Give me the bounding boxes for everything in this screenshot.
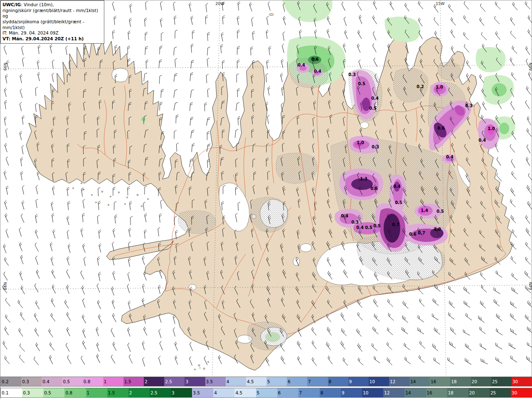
precip-value-label: 1.0 (436, 85, 443, 89)
wind-barb (4, 117, 8, 126)
wind-barb (142, 341, 147, 350)
wind-barb (480, 4, 487, 12)
wind-barb (372, 44, 378, 52)
wind-barb (479, 327, 487, 334)
weather-map-frame: 0.60.40.40.30.50.40.50.21.00.30.61.00.41… (0, 0, 532, 399)
wind-barb (403, 343, 411, 350)
wind-barb (4, 356, 11, 364)
wind-barb (463, 15, 470, 23)
wind-barb (510, 72, 518, 80)
wind-barb (4, 88, 9, 97)
wind-barb (527, 29, 532, 37)
legend-cell: 25 (491, 377, 512, 386)
wind-barb (357, 2, 364, 11)
wind-barb (524, 315, 532, 322)
wind-barb (447, 357, 455, 365)
precip-value-label: 0.6 (409, 232, 416, 236)
wind-barb (96, 327, 101, 336)
wind-barb (176, 115, 178, 123)
precip-value-label: 0.4 (298, 63, 305, 67)
wind-barb (34, 300, 41, 309)
wind-barb (129, 18, 133, 27)
wind-barb (358, 59, 363, 69)
wind-barb (357, 312, 364, 320)
legend-cell: 0.5 (43, 388, 64, 397)
wind-barb (525, 101, 531, 109)
wind-barb (495, 328, 503, 335)
wind-barb (114, 202, 117, 210)
precip-value-label: 0.5 (369, 106, 377, 111)
wind-barb (404, 357, 412, 364)
wind-barb (174, 73, 177, 82)
wind-barb (34, 328, 41, 337)
legend-cell: 20 (468, 388, 490, 397)
longitude-label: 20W (215, 1, 224, 6)
legend-cell: 30 (512, 377, 532, 386)
legend-cell: 30 (511, 388, 532, 397)
wind-barb (463, 301, 472, 308)
wind-barb (127, 328, 132, 337)
wind-barb (80, 271, 86, 279)
longitude-label: 15W (436, 1, 444, 6)
wind-barb (237, 89, 240, 97)
wind-barb (386, 328, 394, 335)
wind-barb (20, 74, 24, 83)
wind-barb (2, 341, 9, 349)
wind-barb (373, 58, 379, 66)
legend-cell: 6 (287, 377, 307, 386)
latitude-label: 64N (528, 282, 532, 290)
wind-barb (511, 273, 519, 281)
wind-barb (220, 44, 224, 53)
wind-barb (50, 242, 54, 251)
wind-barb (281, 59, 286, 68)
wind-barb (5, 298, 12, 306)
wind-barb (130, 216, 133, 225)
wind-barb (52, 60, 55, 69)
precip-value-label: 0.5 (365, 225, 372, 230)
wind-barb (510, 215, 517, 223)
wind-barb (144, 18, 147, 27)
wind-barb (327, 356, 334, 364)
wind-barb (67, 230, 71, 239)
precipitation-legend: 0.20.30.40.50.811.522.533.544.5567891012… (0, 377, 532, 399)
wind-barb (128, 301, 132, 310)
legend-cell: 10 (362, 388, 383, 397)
wind-barb (479, 17, 486, 26)
wind-barb (495, 314, 504, 321)
title-line-3: slydda/snjókoma (grátt/bleikt/grænt - mm… (2, 19, 101, 30)
wind-barb (160, 46, 163, 54)
wind-barb (145, 1, 148, 10)
wind-barb (80, 356, 86, 365)
wind-barb (207, 131, 209, 140)
legend-cell: 5 (266, 377, 287, 386)
latitude-label: 64N (3, 282, 7, 290)
legend-cell: 12 (383, 388, 404, 397)
wind-barb (66, 270, 72, 278)
wind-barb (173, 2, 177, 11)
wind-barb (191, 60, 194, 69)
wind-barb (510, 31, 517, 39)
wind-barb (237, 16, 241, 25)
wind-barb (326, 327, 333, 335)
wind-barb (526, 327, 532, 334)
wind-barb (5, 128, 10, 138)
wind-barb (343, 17, 348, 26)
wind-barb (448, 4, 455, 12)
legend-cell: 3.5 (192, 388, 213, 397)
precip-value-label: 0.4 (314, 69, 321, 74)
wind-barb (266, 30, 270, 39)
precip-value-label: 0.7 (392, 222, 399, 227)
wind-barb (3, 272, 10, 281)
wind-barb (510, 17, 517, 25)
wind-barb (464, 344, 473, 351)
wind-barb (3, 46, 9, 55)
wind-barb (237, 46, 240, 55)
wind-barb (144, 213, 148, 222)
wind-barb (96, 354, 102, 363)
legend-cell: 0.4 (42, 377, 62, 386)
legend-cell: 4 (213, 388, 234, 397)
wind-barb (36, 270, 42, 278)
wind-barb (511, 46, 519, 54)
wind-barb (97, 215, 100, 224)
wind-barb (5, 157, 11, 166)
